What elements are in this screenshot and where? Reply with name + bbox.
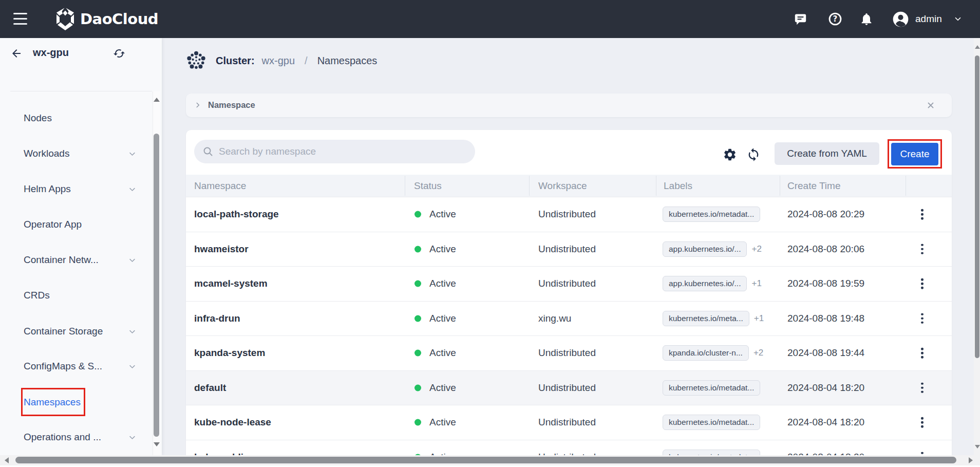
status-dot xyxy=(414,350,421,357)
workspace-value: Undistributed xyxy=(538,209,596,220)
label-extra-count: +2 xyxy=(751,244,761,254)
create-from-yaml-button[interactable]: Create from YAML xyxy=(775,142,879,165)
status-text: Active xyxy=(429,244,456,255)
help-icon[interactable]: ? xyxy=(828,0,842,38)
status-text: Active xyxy=(429,452,456,455)
status-dot xyxy=(414,246,421,252)
search-box[interactable] xyxy=(194,140,475,163)
chevron-down-icon xyxy=(128,434,136,441)
status-text: Active xyxy=(429,417,456,428)
user-name[interactable]: admin xyxy=(915,0,942,38)
close-icon[interactable] xyxy=(926,101,935,110)
status-text: Active xyxy=(429,278,456,289)
search-icon xyxy=(203,146,213,157)
table-row: local-path-storage Active Undistributed … xyxy=(186,197,952,232)
table-row: default Active Undistributed kubernetes.… xyxy=(186,370,952,405)
main-scrollbar-thumb[interactable] xyxy=(975,55,979,358)
sidebar-item-workloads[interactable]: Workloads xyxy=(0,143,152,164)
scroll-up-arrow[interactable] xyxy=(154,98,160,102)
table-row: kpanda-system Active Undistributed kpand… xyxy=(186,335,952,370)
sidebar-item-container-storage[interactable]: Container Storage xyxy=(0,321,152,342)
row-actions-menu-icon[interactable] xyxy=(921,278,925,289)
column-header-namespace: Namespace xyxy=(194,175,246,197)
gear-icon[interactable] xyxy=(723,147,737,162)
divider xyxy=(10,91,152,91)
chat-icon[interactable] xyxy=(794,0,807,38)
breadcrumb: Cluster: wx-gpu / Namespaces xyxy=(216,54,377,67)
namespace-name[interactable]: mcamel-system xyxy=(194,278,268,289)
namespace-name[interactable]: default xyxy=(194,382,226,394)
search-input[interactable] xyxy=(219,146,455,157)
horizontal-scrollbar-thumb[interactable] xyxy=(15,457,956,463)
main-scroll-down-arrow[interactable] xyxy=(975,445,980,449)
status-dot xyxy=(414,384,421,391)
create-time-value: 2024-08-08 19:44 xyxy=(787,347,864,359)
sidebar-scrollbar-thumb[interactable] xyxy=(154,134,159,437)
namespace-name[interactable]: kpanda-system xyxy=(194,347,265,359)
daocloud-logo-icon[interactable] xyxy=(54,8,76,32)
workspace-value: Undistributed xyxy=(538,278,596,289)
sidebar-item-operator-app[interactable]: Operator App xyxy=(0,214,152,235)
back-arrow-icon[interactable] xyxy=(10,47,23,60)
create-time-value: 2024-08-08 20:06 xyxy=(787,244,864,255)
breadcrumb-cluster-link[interactable]: wx-gpu xyxy=(262,55,295,67)
label-chip: kubernetes.io/meta... xyxy=(663,311,749,326)
row-actions-menu-icon[interactable] xyxy=(921,209,925,220)
chevron-down-icon xyxy=(128,150,136,158)
create-time-value: 2024-08-08 20:29 xyxy=(787,209,864,220)
scroll-down-arrow[interactable] xyxy=(154,442,160,446)
column-header-labels: Labels xyxy=(664,175,692,197)
horizontal-scroll-right-arrow[interactable] xyxy=(969,457,973,463)
table-row: infra-drun Active xing.wu kubernetes.io/… xyxy=(186,301,952,336)
avatar[interactable] xyxy=(892,0,909,38)
sidebar-item-crds[interactable]: CRDs xyxy=(0,285,152,306)
banner-title: Namespace xyxy=(208,100,255,110)
namespace-name[interactable]: local-path-storage xyxy=(194,209,279,220)
chevron-right-icon[interactable] xyxy=(194,101,201,109)
breadcrumb-current: Namespaces xyxy=(317,55,378,67)
label-chip: kubernetes.io/metadat... xyxy=(663,380,760,396)
chevron-down-icon xyxy=(128,256,136,264)
top-bar: DaoCloud ? admin xyxy=(0,0,980,38)
horizontal-scroll-left-arrow[interactable] xyxy=(5,457,9,463)
sidebar: wx-gpu Nodes Workloads Helm Apps Operato… xyxy=(0,38,162,455)
bell-icon[interactable] xyxy=(859,0,874,38)
refresh-icon[interactable] xyxy=(746,147,761,162)
namespace-name[interactable]: kube-node-lease xyxy=(194,417,271,428)
label-chip: app.kubernetes.io/... xyxy=(663,241,747,257)
row-actions-menu-icon[interactable] xyxy=(921,313,925,324)
chevron-down-icon xyxy=(128,185,136,193)
label-chip: kubernetes.io/metadat... xyxy=(663,450,760,455)
menu-icon[interactable] xyxy=(13,13,27,25)
switch-cluster-icon[interactable] xyxy=(113,47,125,60)
label-chip: app.kubernetes.io/... xyxy=(663,276,747,291)
namespace-name[interactable]: hwameistor xyxy=(194,244,249,255)
label-extra-count: +2 xyxy=(753,348,763,358)
workspace-value: xing.wu xyxy=(538,313,571,324)
row-actions-menu-icon[interactable] xyxy=(921,383,925,394)
create-time-value: 2024-08-04 18:20 xyxy=(787,382,864,394)
create-time-value: 2024-08-08 19:48 xyxy=(787,313,864,324)
label-chip: kpanda.io/cluster-n... xyxy=(663,345,749,361)
namespace-table-card: Create from YAML Create Namespace Status… xyxy=(186,130,952,455)
chevron-down-icon[interactable] xyxy=(953,0,963,38)
row-actions-menu-icon[interactable] xyxy=(921,417,925,428)
status-dot xyxy=(414,281,421,287)
label-chip: kubernetes.io/metadat... xyxy=(663,415,760,430)
sidebar-item-operations-and[interactable]: Operations and ... xyxy=(0,427,152,447)
sidebar-item-configmaps-s[interactable]: ConfigMaps & S... xyxy=(0,356,152,377)
status-text: Active xyxy=(429,313,456,324)
sidebar-item-helm-apps[interactable]: Helm Apps xyxy=(0,179,152,199)
row-actions-menu-icon[interactable] xyxy=(921,244,925,255)
main-scroll-up-arrow[interactable] xyxy=(975,45,980,49)
namespace-name[interactable]: infra-drun xyxy=(194,313,240,324)
table-row: kube-public Active Undistributed kuberne… xyxy=(186,440,952,456)
create-time-value: 2024-08-08 19:59 xyxy=(787,278,864,289)
status-text: Active xyxy=(429,347,456,359)
row-actions-menu-icon[interactable] xyxy=(921,348,925,359)
cluster-name: wx-gpu xyxy=(33,47,69,59)
sidebar-item-container-netw[interactable]: Container Netw... xyxy=(0,250,152,270)
sidebar-item-nodes[interactable]: Nodes xyxy=(0,108,152,128)
namespace-name[interactable]: kube-public xyxy=(194,452,249,455)
workspace-value: Undistributed xyxy=(538,244,596,255)
